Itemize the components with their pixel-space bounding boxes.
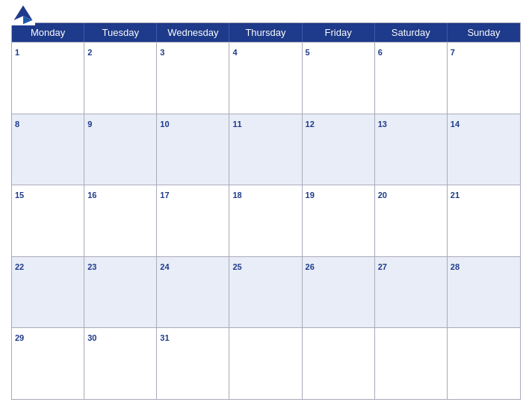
date-number: 22 xyxy=(15,262,24,271)
logo xyxy=(11,1,38,25)
date-number: 2 xyxy=(87,48,92,57)
day-cell: 27 xyxy=(375,257,448,328)
date-number: 30 xyxy=(87,333,96,342)
date-number: 21 xyxy=(451,191,460,200)
date-number: 27 xyxy=(378,262,387,271)
day-cell: 25 xyxy=(229,257,302,328)
date-number: 20 xyxy=(378,191,387,200)
week-row-1: 1234567 xyxy=(12,42,520,114)
date-number: 29 xyxy=(15,333,24,342)
date-number: 8 xyxy=(15,120,19,129)
date-number: 9 xyxy=(87,120,92,129)
date-number: 24 xyxy=(160,262,169,271)
logo-icon xyxy=(11,1,35,25)
day-cell: 23 xyxy=(84,257,157,328)
day-cell: 20 xyxy=(375,185,448,256)
day-header-friday: Friday xyxy=(303,23,375,42)
week-row-5: 293031 xyxy=(12,327,520,399)
day-cell: 13 xyxy=(375,114,448,185)
week-row-2: 891011121314 xyxy=(12,114,520,185)
day-cell: 24 xyxy=(157,257,229,328)
date-number: 16 xyxy=(87,191,96,200)
day-cell: 21 xyxy=(448,185,520,256)
week-row-4: 22232425262728 xyxy=(12,256,520,328)
weeks-container: 1234567891011121314151617181920212223242… xyxy=(12,42,520,399)
calendar-header xyxy=(11,7,521,18)
date-number: 15 xyxy=(15,191,24,200)
day-cell xyxy=(303,328,375,399)
date-number: 31 xyxy=(160,333,169,342)
calendar: MondayTuesdayWednesdayThursdayFridaySatu… xyxy=(11,22,521,400)
day-cell xyxy=(448,328,520,399)
day-cell: 7 xyxy=(448,43,520,114)
day-header-tuesday: Tuesday xyxy=(84,23,157,42)
day-cell: 5 xyxy=(303,43,375,114)
day-header-sunday: Sunday xyxy=(448,23,520,42)
date-number: 23 xyxy=(87,262,96,271)
date-number: 10 xyxy=(160,120,169,129)
day-cell: 12 xyxy=(303,114,375,185)
date-number: 28 xyxy=(451,262,460,271)
day-cell: 30 xyxy=(84,328,157,399)
day-cell: 11 xyxy=(229,114,302,185)
day-headers-row: MondayTuesdayWednesdayThursdayFridaySatu… xyxy=(12,23,520,42)
date-number: 13 xyxy=(378,120,387,129)
day-header-monday: Monday xyxy=(12,23,84,42)
day-cell: 28 xyxy=(448,257,520,328)
date-number: 26 xyxy=(306,262,315,271)
day-cell: 4 xyxy=(229,43,302,114)
date-number: 5 xyxy=(306,48,310,57)
day-cell: 2 xyxy=(84,43,157,114)
day-cell: 26 xyxy=(303,257,375,328)
date-number: 6 xyxy=(378,48,383,57)
date-number: 12 xyxy=(306,120,315,129)
day-cell: 6 xyxy=(375,43,448,114)
day-cell: 18 xyxy=(229,185,302,256)
date-number: 18 xyxy=(232,191,241,200)
date-number: 1 xyxy=(15,48,19,57)
day-cell: 19 xyxy=(303,185,375,256)
day-cell: 1 xyxy=(12,43,84,114)
day-header-thursday: Thursday xyxy=(229,23,302,42)
day-cell: 9 xyxy=(84,114,157,185)
day-cell: 3 xyxy=(157,43,229,114)
date-number: 25 xyxy=(232,262,241,271)
day-cell: 22 xyxy=(12,257,84,328)
day-header-saturday: Saturday xyxy=(375,23,448,42)
date-number: 4 xyxy=(232,48,237,57)
date-number: 14 xyxy=(451,120,460,129)
day-cell: 17 xyxy=(157,185,229,256)
date-number: 17 xyxy=(160,191,169,200)
day-cell: 10 xyxy=(157,114,229,185)
date-number: 3 xyxy=(160,48,164,57)
day-cell: 29 xyxy=(12,328,84,399)
day-header-wednesday: Wednesday xyxy=(157,23,229,42)
week-row-3: 15161718192021 xyxy=(12,185,520,256)
date-number: 19 xyxy=(306,191,315,200)
day-cell: 31 xyxy=(157,328,229,399)
day-cell xyxy=(229,328,302,399)
day-cell: 15 xyxy=(12,185,84,256)
day-cell: 8 xyxy=(12,114,84,185)
date-number: 7 xyxy=(451,48,455,57)
date-number: 11 xyxy=(232,120,241,129)
day-cell: 14 xyxy=(448,114,520,185)
day-cell: 16 xyxy=(84,185,157,256)
day-cell xyxy=(375,328,448,399)
